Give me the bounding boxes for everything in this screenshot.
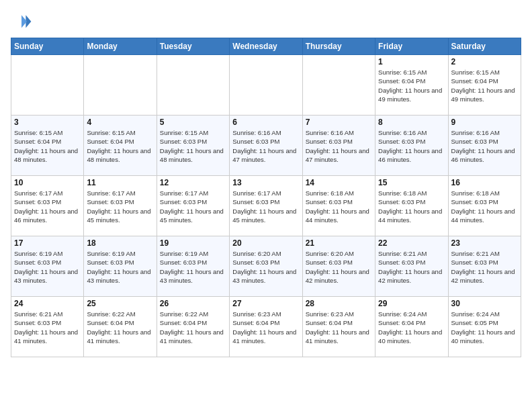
calendar-cell: 15Sunrise: 6:18 AM Sunset: 6:03 PM Dayli… — [375, 176, 448, 236]
calendar-week-row: 24Sunrise: 6:21 AM Sunset: 6:03 PM Dayli… — [11, 297, 521, 357]
day-number: 22 — [378, 238, 445, 248]
day-number: 15 — [378, 178, 445, 187]
calendar-cell — [84, 55, 157, 116]
calendar-cell: 2Sunrise: 6:15 AM Sunset: 6:04 PM Daylig… — [448, 55, 521, 116]
day-number: 5 — [160, 118, 226, 127]
weekday-header: Monday — [84, 38, 157, 55]
day-info: Sunrise: 6:24 AM Sunset: 6:04 PM Dayligh… — [378, 310, 445, 345]
day-info: Sunrise: 6:17 AM Sunset: 6:03 PM Dayligh… — [87, 189, 153, 224]
day-info: Sunrise: 6:15 AM Sunset: 6:04 PM Dayligh… — [378, 68, 445, 103]
calendar-cell: 19Sunrise: 6:19 AM Sunset: 6:03 PM Dayli… — [157, 236, 229, 297]
day-info: Sunrise: 6:15 AM Sunset: 6:04 PM Dayligh… — [87, 128, 153, 164]
day-info: Sunrise: 6:16 AM Sunset: 6:03 PM Dayligh… — [306, 128, 372, 164]
weekday-header: Sunday — [11, 38, 84, 55]
calendar-cell: 23Sunrise: 6:21 AM Sunset: 6:03 PM Dayli… — [448, 236, 521, 297]
calendar-cell: 28Sunrise: 6:23 AM Sunset: 6:04 PM Dayli… — [302, 297, 375, 357]
day-number: 14 — [306, 178, 372, 187]
day-info: Sunrise: 6:23 AM Sunset: 6:04 PM Dayligh… — [232, 310, 299, 345]
calendar-cell: 30Sunrise: 6:24 AM Sunset: 6:05 PM Dayli… — [448, 297, 521, 357]
day-info: Sunrise: 6:24 AM Sunset: 6:05 PM Dayligh… — [451, 310, 518, 345]
day-info: Sunrise: 6:16 AM Sunset: 6:03 PM Dayligh… — [232, 128, 299, 164]
calendar-cell: 22Sunrise: 6:21 AM Sunset: 6:03 PM Dayli… — [375, 236, 448, 297]
day-info: Sunrise: 6:19 AM Sunset: 6:03 PM Dayligh… — [14, 249, 81, 285]
day-info: Sunrise: 6:16 AM Sunset: 6:03 PM Dayligh… — [451, 128, 518, 164]
day-number: 11 — [87, 178, 153, 187]
page-header — [11, 11, 521, 32]
calendar-cell: 18Sunrise: 6:19 AM Sunset: 6:03 PM Dayli… — [84, 236, 157, 297]
calendar-cell: 17Sunrise: 6:19 AM Sunset: 6:03 PM Dayli… — [11, 236, 84, 297]
day-number: 21 — [306, 238, 372, 248]
day-number: 30 — [451, 299, 518, 308]
day-info: Sunrise: 6:15 AM Sunset: 6:04 PM Dayligh… — [451, 68, 518, 103]
day-info: Sunrise: 6:20 AM Sunset: 6:03 PM Dayligh… — [306, 249, 372, 285]
calendar-cell: 8Sunrise: 6:16 AM Sunset: 6:03 PM Daylig… — [375, 116, 448, 176]
day-info: Sunrise: 6:20 AM Sunset: 6:03 PM Dayligh… — [232, 249, 299, 285]
weekday-header: Saturday — [448, 38, 521, 55]
calendar-cell: 16Sunrise: 6:18 AM Sunset: 6:03 PM Dayli… — [448, 176, 521, 236]
logo — [11, 11, 35, 32]
calendar-cell: 9Sunrise: 6:16 AM Sunset: 6:03 PM Daylig… — [448, 116, 521, 176]
day-info: Sunrise: 6:22 AM Sunset: 6:04 PM Dayligh… — [160, 310, 226, 345]
calendar-cell — [157, 55, 229, 116]
day-number: 24 — [14, 299, 81, 308]
day-info: Sunrise: 6:15 AM Sunset: 6:03 PM Dayligh… — [160, 128, 226, 164]
calendar-cell: 13Sunrise: 6:17 AM Sunset: 6:03 PM Dayli… — [230, 176, 302, 236]
day-info: Sunrise: 6:15 AM Sunset: 6:04 PM Dayligh… — [14, 128, 81, 164]
day-number: 6 — [232, 118, 299, 127]
day-info: Sunrise: 6:17 AM Sunset: 6:03 PM Dayligh… — [160, 189, 226, 224]
day-number: 27 — [232, 299, 299, 308]
day-number: 4 — [87, 118, 153, 127]
day-number: 25 — [87, 299, 153, 308]
calendar-cell: 10Sunrise: 6:17 AM Sunset: 6:03 PM Dayli… — [11, 176, 84, 236]
weekday-header: Friday — [375, 38, 448, 55]
day-info: Sunrise: 6:21 AM Sunset: 6:03 PM Dayligh… — [378, 249, 445, 285]
calendar-cell — [230, 55, 302, 116]
day-info: Sunrise: 6:17 AM Sunset: 6:03 PM Dayligh… — [232, 189, 299, 224]
day-number: 7 — [306, 118, 372, 127]
calendar-cell: 20Sunrise: 6:20 AM Sunset: 6:03 PM Dayli… — [230, 236, 302, 297]
day-number: 29 — [378, 299, 445, 308]
day-number: 23 — [451, 238, 518, 248]
day-number: 17 — [14, 238, 81, 248]
calendar-cell: 25Sunrise: 6:22 AM Sunset: 6:04 PM Dayli… — [84, 297, 157, 357]
calendar-cell: 14Sunrise: 6:18 AM Sunset: 6:03 PM Dayli… — [302, 176, 375, 236]
day-number: 8 — [378, 118, 445, 127]
day-info: Sunrise: 6:22 AM Sunset: 6:04 PM Dayligh… — [87, 310, 153, 345]
calendar-week-row: 10Sunrise: 6:17 AM Sunset: 6:03 PM Dayli… — [11, 176, 521, 236]
weekday-header: Tuesday — [157, 38, 229, 55]
logo-icon — [11, 11, 32, 32]
calendar-cell: 5Sunrise: 6:15 AM Sunset: 6:03 PM Daylig… — [157, 116, 229, 176]
weekday-header: Wednesday — [230, 38, 302, 55]
day-number: 18 — [87, 238, 153, 248]
day-number: 19 — [160, 238, 226, 248]
day-info: Sunrise: 6:19 AM Sunset: 6:03 PM Dayligh… — [87, 249, 153, 285]
day-info: Sunrise: 6:18 AM Sunset: 6:03 PM Dayligh… — [378, 189, 445, 224]
day-info: Sunrise: 6:16 AM Sunset: 6:03 PM Dayligh… — [378, 128, 445, 164]
day-number: 13 — [232, 178, 299, 187]
day-number: 28 — [306, 299, 372, 308]
calendar-cell: 1Sunrise: 6:15 AM Sunset: 6:04 PM Daylig… — [375, 55, 448, 116]
day-number: 12 — [160, 178, 226, 187]
calendar-cell: 29Sunrise: 6:24 AM Sunset: 6:04 PM Dayli… — [375, 297, 448, 357]
weekday-header: Thursday — [302, 38, 375, 55]
calendar-cell — [11, 55, 84, 116]
day-number: 3 — [14, 118, 81, 127]
calendar-cell: 11Sunrise: 6:17 AM Sunset: 6:03 PM Dayli… — [84, 176, 157, 236]
day-number: 20 — [232, 238, 299, 248]
calendar-week-row: 17Sunrise: 6:19 AM Sunset: 6:03 PM Dayli… — [11, 236, 521, 297]
calendar-cell: 7Sunrise: 6:16 AM Sunset: 6:03 PM Daylig… — [302, 116, 375, 176]
calendar-body: 1Sunrise: 6:15 AM Sunset: 6:04 PM Daylig… — [11, 55, 521, 357]
day-info: Sunrise: 6:21 AM Sunset: 6:03 PM Dayligh… — [451, 249, 518, 285]
calendar-header-row: SundayMondayTuesdayWednesdayThursdayFrid… — [11, 38, 521, 55]
calendar-week-row: 3Sunrise: 6:15 AM Sunset: 6:04 PM Daylig… — [11, 116, 521, 176]
day-info: Sunrise: 6:23 AM Sunset: 6:04 PM Dayligh… — [306, 310, 372, 345]
day-number: 16 — [451, 178, 518, 187]
calendar-cell — [302, 55, 375, 116]
calendar-cell: 12Sunrise: 6:17 AM Sunset: 6:03 PM Dayli… — [157, 176, 229, 236]
calendar-week-row: 1Sunrise: 6:15 AM Sunset: 6:04 PM Daylig… — [11, 55, 521, 116]
day-number: 10 — [14, 178, 81, 187]
calendar-cell: 21Sunrise: 6:20 AM Sunset: 6:03 PM Dayli… — [302, 236, 375, 297]
day-info: Sunrise: 6:19 AM Sunset: 6:03 PM Dayligh… — [160, 249, 226, 285]
day-info: Sunrise: 6:21 AM Sunset: 6:03 PM Dayligh… — [14, 310, 81, 345]
calendar-cell: 24Sunrise: 6:21 AM Sunset: 6:03 PM Dayli… — [11, 297, 84, 357]
